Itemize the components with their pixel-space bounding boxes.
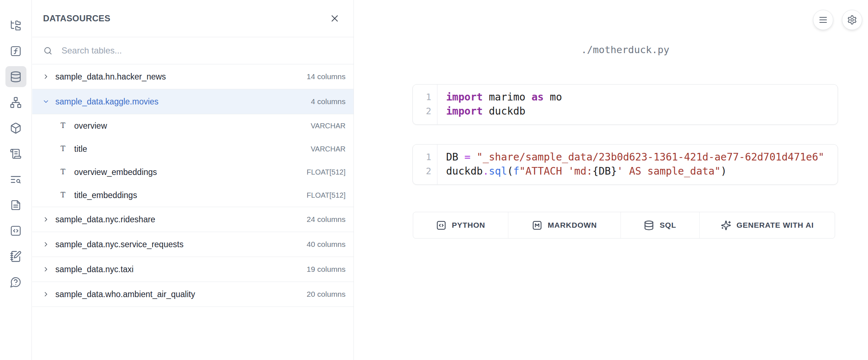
column-type-icon: T — [58, 144, 68, 154]
database-icon — [10, 71, 22, 83]
folder-tree-icon — [10, 20, 22, 31]
sidebar-item-logs[interactable] — [5, 169, 26, 190]
search-input[interactable] — [61, 45, 343, 56]
table-name: sample_data.nyc.rideshare — [55, 215, 155, 224]
code-square-icon — [436, 220, 446, 231]
cells-container: 12import marimo as moimport duckdb12DB =… — [412, 84, 838, 204]
add-cell-sql-button[interactable]: SQL — [621, 212, 700, 238]
text-search-icon — [10, 173, 22, 185]
column-name: title_embeddings — [74, 190, 137, 200]
scroll-text-icon — [10, 148, 22, 160]
svg-text:T: T — [60, 145, 65, 153]
settings-button[interactable] — [842, 10, 862, 30]
panel-header: DATASOURCES — [32, 0, 353, 37]
sidebar-item-help[interactable] — [5, 271, 26, 292]
svg-text:T: T — [60, 121, 65, 130]
sidebar-item-packages[interactable] — [5, 117, 26, 138]
svg-text:T: T — [60, 168, 65, 176]
sidebar-item-documentation[interactable] — [5, 143, 26, 164]
close-panel-button[interactable] — [327, 10, 343, 26]
column-type: FLOAT[512] — [307, 168, 346, 176]
table-column-count: 19 columns — [307, 265, 346, 274]
table-name: sample_data.hn.hacker_news — [55, 72, 166, 82]
chevron-right-icon — [42, 73, 50, 80]
table-row[interactable]: sample_data.hn.hacker_news14 columns — [32, 64, 353, 89]
add-cell-button-label: MARKDOWN — [548, 221, 597, 230]
table-column-count: 20 columns — [307, 290, 346, 299]
box-icon — [10, 122, 22, 134]
column-type-icon: T — [58, 167, 68, 177]
sidebar-item-dependencies[interactable] — [5, 92, 26, 113]
tables-list: sample_data.hn.hacker_news14 columnssamp… — [32, 64, 353, 307]
column-row[interactable]: Toverview_embeddingsFLOAT[512] — [32, 160, 353, 184]
notebook-filename[interactable]: ./motherduck.py — [412, 44, 838, 55]
add-cell-ai-button[interactable]: GENERATE WITH AI — [700, 212, 835, 238]
network-icon — [10, 97, 22, 108]
sidebar-item-notebook[interactable] — [5, 246, 26, 267]
table-column-count: 24 columns — [307, 215, 346, 224]
table-columns: ToverviewVARCHARTtitleVARCHARToverview_e… — [32, 114, 353, 207]
add-cell-python-button[interactable]: PYTHON — [413, 212, 508, 238]
column-type-icon: T — [58, 121, 68, 130]
chevron-down-icon — [42, 98, 50, 105]
column-name: overview_embeddings — [74, 167, 157, 177]
table-row[interactable]: sample_data.nyc.service_requests40 colum… — [32, 232, 353, 257]
code-square-icon — [10, 225, 22, 237]
table-row[interactable]: sample_data.nyc.taxi19 columns — [32, 257, 353, 282]
table-name: sample_data.who.ambient_air_quality — [55, 290, 195, 299]
add-cell-button-label: GENERATE WITH AI — [737, 221, 814, 230]
notebook-pen-icon — [10, 250, 22, 262]
column-type: VARCHAR — [311, 122, 346, 130]
line-numbers: 12 — [413, 85, 437, 124]
table-column-count: 14 columns — [307, 72, 346, 81]
add-cell-bar: PYTHONMARKDOWNSQLGENERATE WITH AI — [413, 212, 835, 239]
column-row[interactable]: Ttitle_embeddingsFLOAT[512] — [32, 184, 353, 207]
table-row[interactable]: sample_data.nyc.rideshare24 columns — [32, 207, 353, 232]
datasources-panel: DATASOURCES sample_data.hn.hacker_news14… — [32, 0, 354, 360]
sidebar-item-datasources[interactable] — [5, 66, 26, 87]
column-name: overview — [74, 121, 107, 131]
column-type: FLOAT[512] — [307, 191, 346, 200]
sidebar — [0, 0, 32, 360]
menu-icon — [818, 15, 828, 25]
sidebar-item-file-explorer[interactable] — [5, 15, 26, 36]
add-cell-button-label: SQL — [660, 221, 676, 230]
main-area: ./motherduck.py 12import marimo as moimp… — [354, 0, 868, 360]
table-name: sample_data.nyc.taxi — [55, 265, 134, 274]
table-name: sample_data.nyc.service_requests — [55, 240, 183, 249]
function-square-icon — [10, 45, 22, 57]
search-bar — [32, 37, 353, 64]
table-column-count: 4 columns — [311, 97, 346, 106]
markdown-square-icon — [532, 220, 542, 231]
top-actions — [813, 10, 862, 30]
cell-code: import marimo as moimport duckdb — [437, 85, 562, 124]
column-row[interactable]: ToverviewVARCHAR — [32, 114, 353, 137]
notebook-menu-button[interactable] — [813, 10, 833, 30]
database-icon — [644, 220, 654, 231]
code-cell[interactable]: 12import marimo as moimport duckdb — [412, 84, 838, 125]
app-root: DATASOURCES sample_data.hn.hacker_news14… — [0, 0, 868, 360]
panel-title: DATASOURCES — [43, 13, 110, 23]
table-column-count: 40 columns — [307, 240, 346, 249]
add-cell-markdown-button[interactable]: MARKDOWN — [508, 212, 621, 238]
cell-code: DB = "_share/sample_data/23b0d623-1361-4… — [437, 145, 824, 184]
close-icon — [329, 13, 340, 24]
table-row[interactable]: sample_data.who.ambient_air_quality20 co… — [32, 282, 353, 307]
svg-text:T: T — [60, 191, 65, 199]
chevron-right-icon — [42, 266, 50, 273]
table-row[interactable]: sample_data.kaggle.movies4 columns — [32, 89, 353, 114]
chevron-right-icon — [42, 291, 50, 298]
chevron-right-icon — [42, 216, 50, 223]
sidebar-item-export-code[interactable] — [5, 220, 26, 241]
column-type-icon: T — [58, 190, 68, 200]
search-icon — [43, 46, 53, 56]
column-row[interactable]: TtitleVARCHAR — [32, 137, 353, 160]
line-numbers: 12 — [413, 145, 437, 184]
add-cell-button-label: PYTHON — [452, 221, 485, 230]
settings-icon — [847, 15, 857, 25]
column-type: VARCHAR — [311, 145, 346, 153]
sparkles-icon — [721, 220, 731, 231]
sidebar-item-scratchpad[interactable] — [5, 40, 26, 61]
sidebar-item-snippets[interactable] — [5, 194, 26, 215]
code-cell[interactable]: 12DB = "_share/sample_data/23b0d623-1361… — [412, 144, 838, 185]
